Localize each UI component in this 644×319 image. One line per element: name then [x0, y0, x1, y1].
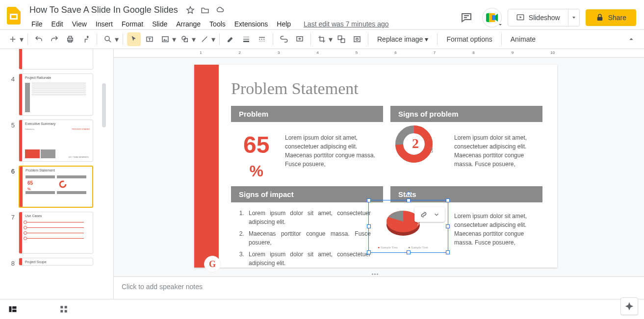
select-tool[interactable]: [127, 32, 141, 46]
svg-rect-6: [597, 17, 602, 21]
vertical-ruler: [106, 49, 114, 299]
speaker-notes[interactable]: Click to add speaker notes: [114, 276, 644, 299]
toolbar: ▾ ▾ ▾ ▾ ▾ ▾ Replace image▾ Format option…: [0, 29, 644, 49]
cloud-icon[interactable]: [215, 6, 224, 15]
slide-canvas[interactable]: Problem Statement Problem Signs of probl…: [194, 65, 557, 268]
resize-handle[interactable]: [367, 250, 371, 254]
svg-rect-18: [354, 37, 360, 42]
notes-resize-handle[interactable]: [106, 272, 644, 276]
problem-body[interactable]: Lorem ipsum dolor sit amet, consectetuer…: [285, 133, 378, 169]
section-impact[interactable]: Signs of impact: [231, 186, 383, 202]
move-icon[interactable]: [201, 6, 209, 15]
star-icon[interactable]: [186, 6, 195, 15]
border-weight-tool[interactable]: [239, 32, 253, 46]
paint-format-tool[interactable]: [79, 32, 93, 46]
link-icon[interactable]: [419, 210, 428, 219]
canvas-area[interactable]: 12345678910 Problem Statement Problem Si…: [106, 49, 644, 299]
image-tool[interactable]: ▾: [158, 32, 176, 46]
last-edit-link[interactable]: Last edit was 7 minutes ago: [304, 20, 389, 28]
border-color-tool[interactable]: [224, 32, 237, 46]
new-slide-tool[interactable]: ▾: [6, 32, 24, 46]
print-tool[interactable]: [63, 32, 77, 46]
menu-edit[interactable]: Edit: [48, 18, 67, 30]
menu-tools[interactable]: Tools: [206, 18, 230, 30]
menu-bar: File Edit View Insert Format Slide Arran…: [27, 18, 457, 30]
svg-rect-1: [11, 15, 16, 18]
crop-tool[interactable]: ▾: [315, 32, 333, 46]
menu-slide[interactable]: Slide: [148, 18, 171, 30]
impact-list[interactable]: Lorem ipsum dolor sit amet, consectetuer…: [236, 209, 371, 268]
grid-view-icon[interactable]: [57, 302, 71, 316]
slideshow-button[interactable]: Slideshow: [508, 9, 568, 26]
stats-body[interactable]: Lorem ipsum dolor sit amet, consectetuer…: [454, 212, 540, 247]
slide-title[interactable]: Problem Statement: [231, 79, 359, 98]
meet-icon[interactable]: [482, 8, 502, 27]
slides-app-icon[interactable]: [4, 6, 24, 25]
resize-handle[interactable]: [367, 198, 371, 202]
resize-handle[interactable]: [407, 250, 411, 254]
svg-rect-25: [9, 306, 12, 312]
resize-handle[interactable]: [446, 250, 450, 254]
share-label: Share: [608, 14, 626, 22]
slide-thumb-selected[interactable]: 6 Problem Statement 65%: [0, 165, 106, 209]
slide-thumb[interactable]: Document History: [0, 49, 106, 71]
collapse-toolbar-icon[interactable]: [624, 32, 638, 46]
svg-point-10: [105, 36, 109, 41]
resize-handle[interactable]: [446, 224, 450, 228]
legend-1: ● Sample Text: [378, 245, 398, 249]
svg-rect-30: [60, 310, 63, 313]
section-problem[interactable]: Problem: [231, 106, 383, 122]
filmstrip[interactable]: Document History 4 Project Rationale 5 E…: [0, 49, 106, 299]
line-tool[interactable]: ▾: [198, 32, 215, 46]
svg-point-19: [356, 38, 359, 41]
filmstrip-view-icon[interactable]: [6, 302, 20, 316]
slideshow-button-group: Slideshow: [508, 9, 580, 26]
donut-number: 2: [412, 136, 419, 151]
rotate-handle[interactable]: [407, 192, 411, 196]
slide-thumb[interactable]: 8 Project Scope: [0, 257, 106, 268]
border-dash-tool[interactable]: [255, 32, 269, 46]
section-signs-problem[interactable]: Signs of problem: [390, 106, 542, 122]
slideshow-dropdown[interactable]: [568, 9, 580, 26]
slide-thumb[interactable]: 7 Use Cases: [0, 211, 106, 255]
g-badge[interactable]: G: [204, 256, 221, 272]
chevron-down-icon[interactable]: [433, 211, 440, 218]
resize-handle[interactable]: [446, 198, 450, 202]
resize-handle[interactable]: [367, 224, 371, 228]
svg-rect-29: [65, 306, 67, 308]
menu-arrange[interactable]: Arrange: [172, 18, 205, 30]
menu-file[interactable]: File: [27, 18, 47, 30]
replace-image-button[interactable]: Replace image▾: [372, 32, 433, 46]
svg-rect-12: [162, 37, 168, 42]
slide-thumb[interactable]: 4 Project Rationale: [0, 73, 106, 117]
mask-tool[interactable]: [335, 32, 348, 46]
reset-image-tool[interactable]: [350, 32, 364, 46]
format-options-button[interactable]: Format options: [441, 32, 497, 46]
selected-chart[interactable]: 70 ● Sample Text ● Sample Text: [368, 200, 448, 253]
comment-tool[interactable]: [293, 32, 307, 46]
share-button[interactable]: Share: [586, 9, 636, 26]
filmstrip-scrollbar[interactable]: [102, 83, 106, 127]
zoom-tool[interactable]: ▾: [101, 32, 119, 46]
document-title[interactable]: How To Save A Slide In Google Slides: [27, 4, 180, 16]
big-number[interactable]: 65%: [243, 133, 269, 180]
menu-view[interactable]: View: [68, 18, 91, 30]
resize-handle[interactable]: [407, 198, 411, 202]
redo-tool[interactable]: [48, 32, 61, 46]
menu-insert[interactable]: Insert: [92, 18, 117, 30]
signs-problem-body[interactable]: Lorem ipsum dolor sit amet, consectetuer…: [454, 133, 540, 169]
textbox-tool[interactable]: [143, 32, 156, 46]
menu-format[interactable]: Format: [118, 18, 147, 30]
animate-button[interactable]: Animate: [506, 32, 541, 46]
menu-extensions[interactable]: Extensions: [231, 18, 272, 30]
slide-accent-bar: [194, 65, 219, 268]
explore-button[interactable]: [620, 297, 638, 315]
undo-tool[interactable]: [32, 32, 46, 46]
svg-rect-28: [60, 306, 63, 308]
slide-thumb[interactable]: 5 Executive Summary Definitions PROCESS …: [0, 119, 106, 163]
svg-rect-4: [492, 15, 495, 20]
menu-help[interactable]: Help: [273, 18, 295, 30]
comments-icon[interactable]: [457, 8, 476, 27]
shape-tool[interactable]: ▾: [178, 32, 196, 46]
link-tool[interactable]: [277, 32, 291, 46]
